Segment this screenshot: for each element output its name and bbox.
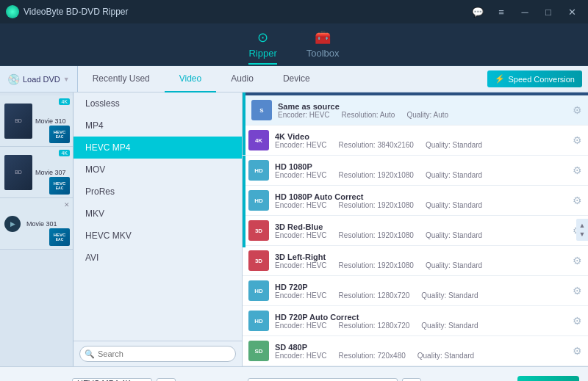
format-mp4[interactable]: MP4 (74, 115, 242, 137)
video-item-1080p[interactable]: HD HD 1080P Encoder: HEVC Resolution: 19… (243, 156, 588, 186)
video-icon-720p-auto: HD (248, 311, 269, 331)
settings-icon-1080p-auto[interactable]: ⚙ (573, 195, 582, 206)
settings-icon-1080p[interactable]: ⚙ (573, 164, 582, 176)
audio-label: Audio (231, 73, 254, 84)
main-content: BD Movie 310 4K HEVC EAC BD Movie 307 4K… (0, 92, 588, 366)
selected-indicator (243, 95, 245, 247)
video-item-720p[interactable]: HD HD 720P Encoder: HEVC Resolution: 128… (243, 276, 588, 306)
video-encoder-same-as-source: Encoder: HEVC (278, 111, 330, 119)
app-logo (6, 5, 19, 18)
settings-icon-720p-auto[interactable]: ⚙ (573, 315, 582, 327)
load-dvd-button[interactable]: 💿 Load DVD ▼ (0, 66, 78, 92)
video-props-1080p: Encoder: HEVC Resolution: 1920x1080 Qual… (275, 171, 573, 179)
video-item-same-as-source[interactable]: S Same as source Encoder: HEVC Resolutio… (243, 95, 588, 126)
hevc-badge-301: HEVC EAC (49, 228, 70, 246)
video-name-720p-auto: HD 720P Auto Correct (275, 313, 573, 322)
video-icon-1080p: HD (248, 160, 269, 181)
toolbox-icon: 🧰 (315, 29, 331, 46)
chat-button[interactable]: 💬 (467, 4, 488, 19)
video-icon-720p: HD (248, 280, 269, 301)
video-item-720p-auto[interactable]: HD HD 720P Auto Correct Encoder: HEVC Re… (243, 306, 588, 336)
load-dvd-arrow: ▼ (63, 76, 70, 83)
video-res-same-as-source: Resolution: Auto (342, 111, 395, 119)
video-item-4k[interactable]: 4K 4K Video Encoder: HEVC Resolution: 38… (243, 126, 588, 156)
close-button[interactable]: ✕ (562, 4, 582, 19)
settings-icon-720p[interactable]: ⚙ (573, 285, 582, 297)
movie-item-301[interactable]: ▶ Movie 301 ✕ HEVC EAC (0, 198, 73, 250)
settings-icon-3d-lr[interactable]: ⚙ (573, 255, 582, 266)
device-label: Device (283, 73, 310, 84)
video-name-3d-lr: 3D Left-Right (275, 253, 573, 261)
save-to-path[interactable]: D:\VideoByte\VideoByte BD-DVD Ripper\Rip… (248, 378, 398, 382)
video-details-1080p-auto: HD 1080P Auto Correct Encoder: HEVC Reso… (275, 192, 573, 209)
video-details-4k: 4K Video Encoder: HEVC Resolution: 3840x… (275, 132, 573, 149)
hevc-badge-310: HEVC EAC (49, 126, 70, 143)
tab-recently-used[interactable]: Recently Used (78, 66, 165, 92)
rip-all-button[interactable]: Rip All (517, 376, 579, 382)
bottom-bar: Output Format: HEVC MP4 4K Video ▼ ⚙ Sav… (0, 366, 588, 381)
right-section: S Same as source Encoder: HEVC Resolutio… (243, 92, 588, 366)
format-lossless[interactable]: Lossless (74, 92, 242, 115)
video-item-480p[interactable]: SD SD 480P Encoder: HEVC Resolution: 720… (243, 336, 588, 366)
settings-icon-4k[interactable]: ⚙ (573, 134, 582, 146)
video-quality-3d-lr: Quality: Standard (426, 261, 482, 269)
movie-title-301: Movie 301 (26, 220, 68, 228)
ripper-icon: ⊙ (257, 29, 268, 46)
load-dvd-icon: 💿 (7, 73, 20, 85)
save-to-browse-button[interactable]: 📁 (402, 378, 421, 382)
menu-button[interactable]: ≡ (491, 4, 512, 19)
video-icon-4k: 4K (248, 130, 269, 150)
video-item-1080p-auto[interactable]: HD HD 1080P Auto Correct Encoder: HEVC R… (243, 186, 588, 216)
video-encoder-1080p-auto: Encoder: HEVC (275, 201, 327, 209)
format-mov[interactable]: MOV (74, 159, 242, 181)
video-props-same-as-source: Encoder: HEVC Resolution: Auto Quality: … (278, 111, 573, 119)
settings-icon-480p[interactable]: ⚙ (573, 345, 582, 357)
video-quality-720p: Quality: Standard (421, 291, 478, 300)
settings-icon-same-as-source[interactable]: ⚙ (573, 104, 582, 116)
video-details-1080p: HD 1080P Encoder: HEVC Resolution: 1920x… (275, 162, 573, 179)
title-bar: VideoByte BD-DVD Ripper 💬 ≡ ─ □ ✕ (0, 0, 588, 23)
speed-conversion-button[interactable]: ⚡ Speed Conversion (487, 70, 582, 87)
output-format-select[interactable]: HEVC MP4 4K Video ▼ (72, 378, 152, 382)
video-res-480p: Resolution: 720x480 (339, 352, 406, 360)
video-res-1080p-auto: Resolution: 1920x1080 (339, 201, 414, 209)
format-list: Lossless MP4 HEVC MP4 MOV ProRes MKV HEV… (74, 92, 242, 341)
movie-thumbnail-307: BD (4, 155, 32, 190)
scroll-down-icon[interactable]: ▼ (579, 231, 586, 238)
search-input[interactable] (79, 346, 236, 362)
movie-list: BD Movie 310 4K HEVC EAC BD Movie 307 4K… (0, 92, 74, 366)
format-mkv[interactable]: MKV (74, 203, 242, 225)
video-encoder-720p: Encoder: HEVC (275, 291, 327, 300)
scroll-up-icon[interactable]: ▲ (579, 222, 586, 229)
tab-video[interactable]: Video (165, 66, 216, 92)
video-item-3d-red[interactable]: 3D 3D Red-Blue Encoder: HEVC Resolution:… (243, 216, 588, 246)
format-prores[interactable]: ProRes (74, 181, 242, 203)
maximize-button[interactable]: □ (538, 4, 559, 19)
format-avi[interactable]: AVI (74, 247, 242, 269)
tab-device[interactable]: Device (268, 66, 325, 92)
movie-item-310[interactable]: BD Movie 310 4K HEVC EAC (0, 95, 73, 147)
video-name-1080p: HD 1080P (275, 162, 573, 171)
format-hevc-mp4[interactable]: HEVC MP4 (74, 137, 242, 159)
video-encoder-1080p: Encoder: HEVC (275, 171, 327, 179)
tab-audio[interactable]: Audio (216, 66, 268, 92)
movie-title-310: Movie 310 (35, 117, 68, 125)
video-res-720p: Resolution: 1280x720 (339, 291, 410, 300)
save-to-field: Save to: D:\VideoByte\VideoByte BD-DVD R… (184, 378, 421, 382)
movie-item-307[interactable]: BD Movie 307 4K HEVC EAC (0, 147, 73, 198)
video-props-1080p-auto: Encoder: HEVC Resolution: 1920x1080 Qual… (275, 201, 573, 209)
minimize-button[interactable]: ─ (514, 4, 535, 19)
output-format-settings-button[interactable]: ⚙ (157, 378, 176, 382)
output-format-value: HEVC MP4 4K Video (77, 379, 140, 382)
output-format-field: Output Format: HEVC MP4 4K Video ▼ ⚙ (9, 378, 176, 382)
tab-toolbox[interactable]: 🧰 Toolbox (306, 29, 340, 65)
video-icon-same-as-source: S (251, 100, 272, 120)
tab-ripper[interactable]: ⊙ Ripper (248, 29, 276, 65)
format-hevc-mkv[interactable]: HEVC MKV (74, 225, 242, 247)
sub-tabs-row: 💿 Load DVD ▼ Recently Used Video Audio D… (0, 66, 588, 92)
video-item-3d-lr[interactable]: 3D 3D Left-Right Encoder: HEVC Resolutio… (243, 246, 588, 276)
search-wrap: 🔍 (79, 346, 236, 362)
video-details-3d-red: 3D Red-Blue Encoder: HEVC Resolution: 19… (275, 222, 573, 239)
video-encoder-3d-lr: Encoder: HEVC (275, 261, 327, 269)
video-res-720p-auto: Resolution: 1280x720 (339, 322, 410, 330)
